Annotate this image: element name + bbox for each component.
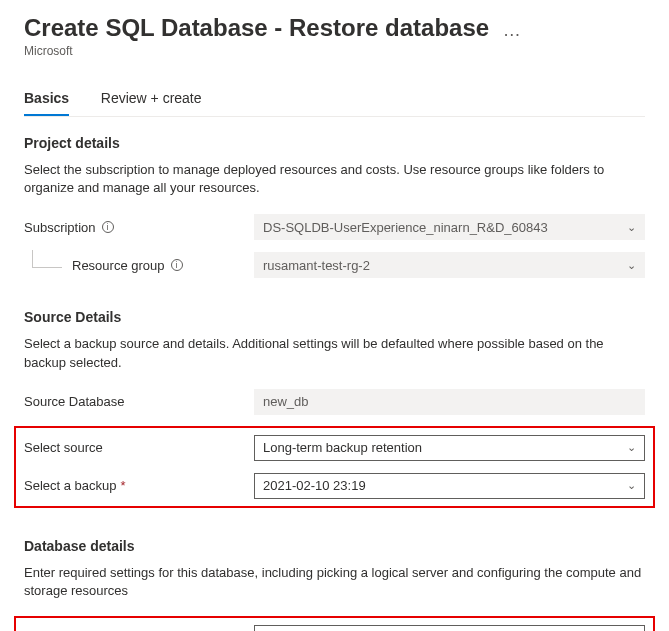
tab-review-create[interactable]: Review + create — [101, 82, 202, 114]
page-title: Create SQL Database - Restore database — [24, 14, 489, 41]
source-database-field: new_db — [254, 389, 645, 415]
page-subtitle: Microsoft — [24, 44, 645, 58]
resource-group-label: Resource group i — [24, 258, 254, 273]
resource-group-row: Resource group i rusamant-test-rg-2 ⌄ — [24, 251, 645, 279]
select-source-label: Select source — [24, 440, 254, 455]
chevron-down-icon: ⌄ — [627, 259, 636, 272]
database-name-field[interactable]: new_db_2021-02-10T23-19Z ✓ — [254, 625, 645, 631]
chevron-down-icon: ⌄ — [627, 479, 636, 492]
chevron-down-icon: ⌄ — [627, 221, 636, 234]
select-backup-row: Select a backup * 2021-02-10 23:19 ⌄ — [24, 472, 645, 500]
source-details-desc: Select a backup source and details. Addi… — [24, 335, 645, 371]
subscription-row: Subscription i DS-SQLDB-UserExperience_n… — [24, 213, 645, 241]
info-icon[interactable]: i — [102, 221, 114, 233]
select-source-dropdown[interactable]: Long-term backup retention ⌄ — [254, 435, 645, 461]
database-details-desc: Enter required settings for this databas… — [24, 564, 645, 600]
tree-indent-icon — [32, 250, 62, 268]
page-header: Create SQL Database - Restore database …… — [24, 14, 645, 58]
project-details-title: Project details — [24, 135, 645, 151]
tabs: Basics Review + create — [24, 82, 645, 117]
source-database-row: Source Database new_db — [24, 388, 645, 416]
database-details-title: Database details — [24, 538, 645, 554]
database-name-row: Database name * new_db_2021-02-10T23-19Z… — [24, 624, 645, 631]
subscription-label: Subscription i — [24, 220, 254, 235]
subscription-dropdown[interactable]: DS-SQLDB-UserExperience_ninarn_R&D_60843… — [254, 214, 645, 240]
database-name-highlight: Database name * new_db_2021-02-10T23-19Z… — [14, 616, 655, 631]
info-icon[interactable]: i — [171, 259, 183, 271]
source-highlight: Select source Long-term backup retention… — [14, 426, 655, 508]
resource-group-dropdown[interactable]: rusamant-test-rg-2 ⌄ — [254, 252, 645, 278]
chevron-down-icon: ⌄ — [627, 441, 636, 454]
project-details-desc: Select the subscription to manage deploy… — [24, 161, 645, 197]
source-database-label: Source Database — [24, 394, 254, 409]
more-icon[interactable]: … — [503, 20, 521, 40]
select-backup-label: Select a backup * — [24, 478, 254, 493]
tab-basics[interactable]: Basics — [24, 82, 69, 116]
select-source-row: Select source Long-term backup retention… — [24, 434, 645, 462]
source-details-title: Source Details — [24, 309, 645, 325]
required-indicator: * — [121, 478, 126, 493]
select-backup-dropdown[interactable]: 2021-02-10 23:19 ⌄ — [254, 473, 645, 499]
